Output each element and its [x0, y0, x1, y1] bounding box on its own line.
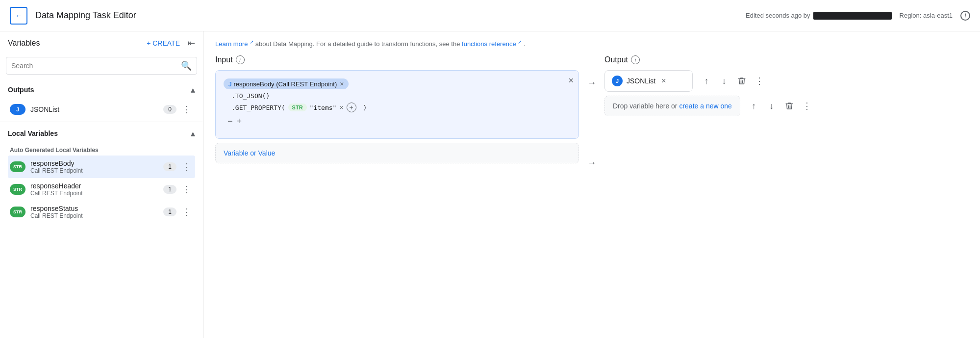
- info-icon[interactable]: i: [960, 11, 970, 21]
- drop-zone-actions: ↑ ↓ ⋮: [746, 98, 815, 114]
- back-button[interactable]: ←: [10, 7, 27, 25]
- list-item[interactable]: J JSONList 0 ⋮: [8, 99, 195, 120]
- output-close-icon[interactable]: ×: [661, 77, 666, 85]
- outputs-section-header[interactable]: Outputs ▴: [8, 80, 195, 99]
- input-info-icon[interactable]: i: [236, 55, 245, 64]
- region-info: Region: asia-east1: [900, 12, 953, 19]
- sidebar: Variables + CREATE ⇤ 🔍 Outputs ▴ J: [0, 31, 203, 338]
- create-button[interactable]: + CREATE: [143, 37, 184, 49]
- input-card: × J responseBody (Call REST Endpoint) × …: [215, 70, 579, 139]
- str-value-close-icon[interactable]: ×: [339, 104, 343, 111]
- var-type-badge-j: J: [10, 104, 25, 115]
- var-type-badge-str: STR: [10, 184, 25, 195]
- output-col-title: Output: [604, 55, 628, 64]
- var-info: responseStatus Call REST Endpoint: [30, 205, 163, 219]
- var-menu-icon[interactable]: ⋮: [180, 160, 193, 173]
- input-to-drop-arrow-icon: →: [587, 157, 597, 168]
- var-type-badge-str: STR: [10, 161, 25, 172]
- search-input[interactable]: [11, 62, 177, 70]
- local-section-header[interactable]: Local Variables ▴: [8, 124, 195, 143]
- add-method-button[interactable]: +: [237, 116, 242, 127]
- var-count: 1: [163, 185, 176, 194]
- expression-line-3: .GET_PROPERTY( STR "items" × + ): [224, 103, 571, 112]
- sidebar-actions: + CREATE ⇤: [143, 37, 195, 49]
- outputs-section: Outputs ▴ J JSONList 0 ⋮: [0, 80, 203, 120]
- expression-line-1: J responseBody (Call REST Endpoint) ×: [224, 78, 571, 89]
- page-title: Data Mapping Task Editor: [35, 10, 746, 21]
- create-label: + CREATE: [147, 39, 180, 47]
- var-count: 1: [163, 208, 176, 216]
- response-body-badge: J responseBody (Call REST Endpoint) ×: [224, 78, 349, 89]
- local-vars-section: Local Variables ▴ Auto Generated Local V…: [0, 124, 203, 338]
- learn-more-link[interactable]: Learn more ↗: [215, 40, 255, 48]
- move-down-button[interactable]: ↓: [716, 73, 732, 89]
- collapse-all-icon[interactable]: ⇤: [188, 38, 195, 49]
- input-col-title: Input: [215, 55, 233, 64]
- var-name: responseBody: [30, 159, 163, 167]
- mapping-area: Input i × J responseBody (Call REST Endp…: [215, 55, 968, 330]
- search-container: 🔍: [0, 55, 203, 80]
- auto-generated-label: Auto Generated Local Variables: [8, 143, 195, 156]
- remove-method-button[interactable]: −: [227, 116, 233, 127]
- redacted-username: [813, 12, 892, 20]
- output-actions: ↑ ↓ ⋮: [699, 73, 767, 89]
- badge-close-icon[interactable]: ×: [340, 80, 344, 88]
- var-info: responseHeader Call REST Endpoint: [30, 182, 163, 197]
- drop-trash-icon: [785, 102, 794, 110]
- drop-zone[interactable]: Drop variable here or create a new one: [604, 96, 740, 116]
- functions-reference-text: functions reference: [462, 40, 516, 48]
- sidebar-title: Variables: [8, 39, 40, 48]
- banner-end-text: .: [524, 40, 526, 48]
- var-source: Call REST Endpoint: [30, 212, 163, 219]
- var-info: responseBody Call REST Endpoint: [30, 159, 163, 174]
- create-new-link[interactable]: create a new one: [679, 102, 731, 110]
- drop-more-button[interactable]: ⋮: [799, 98, 815, 114]
- expr-badge-type: J: [228, 80, 232, 88]
- var-name: JSONList: [30, 105, 163, 113]
- list-item[interactable]: STR responseBody Call REST Endpoint 1 ⋮: [8, 156, 195, 178]
- drop-row: Drop variable here or create a new one ↑…: [604, 96, 968, 116]
- external-link-icon: ↗: [250, 39, 253, 45]
- drop-move-down-button[interactable]: ↓: [764, 98, 779, 114]
- method-close-paren: ): [359, 104, 367, 111]
- trash-icon: [737, 77, 746, 85]
- move-up-button[interactable]: ↑: [699, 73, 714, 89]
- output-info-icon[interactable]: i: [631, 55, 640, 64]
- variable-or-value-input[interactable]: Variable or Value: [215, 143, 579, 163]
- output-var-name: JSONList: [627, 77, 655, 85]
- content-area: Learn more ↗ about Data Mapping. For a d…: [203, 31, 980, 338]
- var-menu-icon[interactable]: ⋮: [180, 103, 193, 116]
- add-param-button[interactable]: +: [347, 103, 356, 112]
- output-more-button[interactable]: ⋮: [752, 73, 767, 89]
- drop-move-up-button[interactable]: ↑: [746, 98, 762, 114]
- var-menu-icon[interactable]: ⋮: [180, 206, 193, 218]
- var-name: responseHeader: [30, 182, 163, 190]
- input-to-output-arrow-icon: →: [587, 77, 597, 88]
- outputs-chevron-icon: ▴: [191, 84, 195, 95]
- output-card: J JSONList ×: [604, 70, 693, 92]
- functions-reference-link[interactable]: functions reference ↗: [462, 40, 524, 48]
- input-column: Input i × J responseBody (Call REST Endp…: [215, 55, 579, 163]
- header: ← Data Mapping Task Editor Edited second…: [0, 0, 980, 31]
- expression-line-2: .TO_JSON(): [224, 92, 571, 100]
- var-name: responseStatus: [30, 205, 163, 212]
- delete-output-button[interactable]: [734, 73, 750, 89]
- to-json-method: .TO_JSON(): [227, 92, 270, 100]
- output-var-badge: J: [612, 76, 623, 86]
- input-close-button[interactable]: ×: [568, 76, 574, 86]
- output-col-header: Output i: [604, 55, 968, 64]
- local-section-title: Local Variables: [8, 130, 58, 137]
- external-link-icon-2: ↗: [518, 39, 522, 45]
- drop-delete-button[interactable]: [781, 98, 797, 114]
- str-type-badge: STR: [288, 104, 307, 111]
- var-source: Call REST Endpoint: [30, 167, 163, 174]
- arrow-column: → →: [587, 55, 597, 168]
- get-property-method: .GET_PROPERTY(: [227, 104, 285, 111]
- list-item[interactable]: STR responseStatus Call REST Endpoint 1 …: [8, 201, 195, 223]
- var-count: 1: [163, 162, 176, 171]
- var-type-badge-str: STR: [10, 207, 25, 217]
- list-item[interactable]: STR responseHeader Call REST Endpoint 1 …: [8, 178, 195, 201]
- var-menu-icon[interactable]: ⋮: [180, 183, 193, 196]
- expression-controls: − +: [224, 116, 571, 127]
- output-item: J JSONList × ↑ ↓ ⋮: [604, 70, 968, 92]
